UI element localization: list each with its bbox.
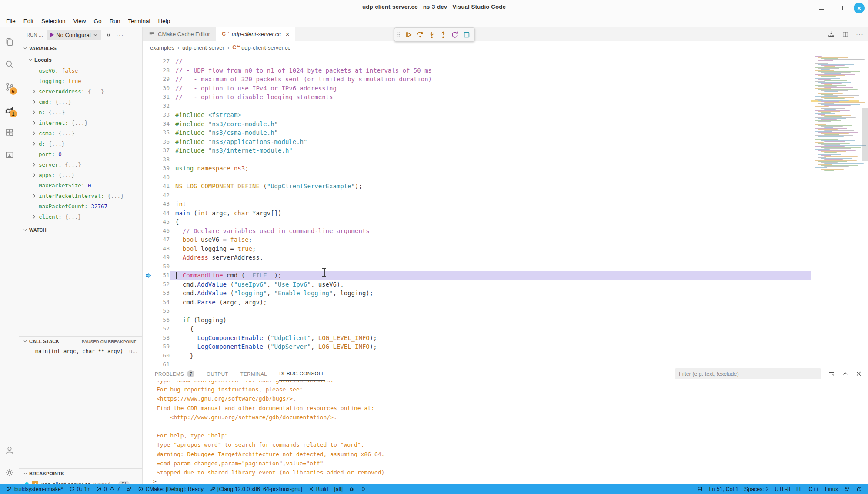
line-number[interactable]: 34 (143, 120, 170, 129)
gear-icon[interactable] (105, 32, 112, 38)
code-line-43[interactable]: 43int (143, 200, 811, 209)
code-line-42[interactable]: 42 (143, 191, 811, 200)
line-number[interactable]: 48 (143, 244, 170, 254)
variable-interPacketInterval[interactable]: interPacketInterval: {...} (19, 190, 142, 201)
activity-extensions[interactable] (0, 121, 19, 144)
kit-status[interactable]: [Clang 12.0.0 x86_64-pc-linux-gnu] (207, 484, 305, 494)
activity-explorer[interactable] (0, 30, 19, 53)
code-editor[interactable]: 27//28// - UDP flow from n0 to n1 of 102… (143, 53, 811, 367)
panel-tab-terminal[interactable]: TERMINAL (240, 367, 267, 381)
build-target[interactable]: [all] (331, 484, 345, 494)
more-actions-icon[interactable]: ··· (116, 31, 124, 39)
menu-selection[interactable]: Selection (37, 17, 70, 26)
feedback[interactable] (841, 484, 853, 494)
menu-help[interactable]: Help (154, 17, 174, 26)
code-line-50[interactable]: 50 (143, 262, 811, 271)
menu-edit[interactable]: Edit (20, 17, 37, 26)
code-line-36[interactable]: 36#include "ns3/applications-module.h" (143, 137, 811, 147)
code-line-52[interactable]: 52 cmd.AddValue ("useIpv6", "Use Ipv6", … (143, 280, 811, 289)
minimize-button[interactable] (815, 2, 827, 13)
branch-status[interactable]: buildsystem-cmake* (3, 484, 66, 494)
drag-grip[interactable] (397, 31, 401, 39)
panel-tab-problems[interactable]: PROBLEMS7 (155, 367, 194, 381)
menu-view[interactable]: View (70, 17, 90, 26)
variable-port[interactable]: port: 0 (19, 149, 142, 159)
variable-client[interactable]: client: {...} (19, 211, 142, 222)
activity-cmake-tools[interactable] (0, 144, 19, 166)
breakpoints-section-header[interactable]: BREAKPOINTS (19, 469, 142, 478)
line-number[interactable]: 53 (143, 289, 170, 298)
breadcrumb-item[interactable]: udp-client-server (182, 44, 224, 51)
code-line-45[interactable]: 45{ (143, 217, 811, 227)
line-number[interactable]: 44 (143, 209, 170, 218)
variable-server[interactable]: server: {...} (19, 159, 142, 170)
code-line-32[interactable]: 32 (143, 102, 811, 111)
breadcrumb-item[interactable]: C++udp-client-server.cc (232, 44, 290, 51)
code-line-60[interactable]: 60 } (143, 351, 811, 360)
line-number[interactable]: 54 (143, 298, 170, 307)
code-line-34[interactable]: 34#include "ns3/core-module.h" (143, 120, 811, 129)
line-number[interactable]: 57 (143, 324, 170, 334)
code-line-53[interactable]: 53 cmd.AddValue ("logging", "Enable logg… (143, 289, 811, 298)
watch-section-header[interactable]: WATCH (19, 225, 142, 235)
line-number[interactable]: 41 (143, 182, 170, 191)
debug-target-button[interactable] (346, 484, 357, 494)
line-number[interactable]: 35 (143, 128, 170, 137)
maximize-panel-icon[interactable] (842, 370, 848, 377)
menu-go[interactable]: Go (90, 17, 106, 26)
build-button[interactable]: Build (305, 484, 331, 494)
variable-logging[interactable]: logging: true (19, 76, 142, 86)
line-number[interactable]: 39 (143, 164, 170, 173)
variable-useV6[interactable]: useV6: false (19, 65, 142, 76)
code-line-41[interactable]: 41NS_LOG_COMPONENT_DEFINE ("UdpClientSer… (143, 182, 811, 191)
line-number[interactable]: 37 (143, 146, 170, 155)
panel-tab-output[interactable]: OUTPUT (207, 367, 228, 381)
code-line-46[interactable]: 46 // Declare variables used in command-… (143, 227, 811, 236)
variable-csma[interactable]: csma: {...} (19, 128, 142, 138)
code-line-30[interactable]: 30// - option to use IPv4 or IPv6 addres… (143, 84, 811, 93)
code-line-44[interactable]: 44main (int argc, char *argv[]) (143, 209, 811, 218)
line-number[interactable]: 43 (143, 200, 170, 209)
line-number[interactable]: 52 (143, 280, 170, 289)
step-out-button[interactable] (437, 29, 449, 40)
panel-tab-debug-console[interactable]: DEBUG CONSOLE (279, 367, 325, 381)
close-panel-icon[interactable] (855, 370, 862, 377)
start-debug-icon[interactable] (50, 33, 54, 37)
code-line-40[interactable]: 40 (143, 173, 811, 182)
menu-run[interactable]: Run (106, 17, 124, 26)
variable-serverAddress[interactable]: serverAddress: {...} (19, 86, 142, 97)
code-line-55[interactable]: 55 (143, 307, 811, 316)
stop-button[interactable] (461, 29, 472, 40)
launch-button[interactable] (357, 484, 369, 494)
call-stack-section-header[interactable]: CALL STACK PAUSED ON BREAKPOINT (19, 337, 142, 346)
language-mode[interactable]: C++ (805, 484, 822, 494)
line-number[interactable]: 55 (143, 307, 170, 316)
code-line-27[interactable]: 27// (143, 57, 811, 66)
code-line-48[interactable]: 48 bool logging = true; (143, 244, 811, 254)
code-line-33[interactable]: 33#include <fstream> (143, 110, 811, 120)
code-line-54[interactable]: 54 cmd.Parse (argc, argv); (143, 298, 811, 307)
menu-file[interactable]: File (2, 17, 20, 26)
step-over-button[interactable] (414, 29, 426, 40)
line-number[interactable]: 42 (143, 191, 170, 200)
line-number[interactable]: 32 (143, 102, 170, 111)
variables-section-header[interactable]: VARIABLES (19, 43, 142, 53)
remote-os[interactable]: Linux (822, 484, 841, 494)
remote-status[interactable] (694, 484, 706, 494)
breadcrumb-item[interactable]: examples (150, 44, 174, 51)
debug-console-output[interactable]: Type "show configuration" for configurat… (157, 381, 858, 476)
code-line-49[interactable]: 49 Address serverAddress; (143, 253, 811, 262)
line-number[interactable]: 36 (143, 137, 170, 147)
variable-maxPacketCount[interactable]: maxPacketCount: 32767 (19, 201, 142, 211)
activity-run-debug[interactable]: 1 (0, 98, 19, 121)
close-button[interactable]: × (854, 3, 865, 13)
scope-locals[interactable]: Locals (19, 53, 142, 65)
cursor-position[interactable]: Ln 51, Col 1 (706, 484, 741, 494)
variable-n[interactable]: n: {...} (19, 107, 142, 117)
line-number[interactable]: 58 (143, 334, 170, 343)
code-line-31[interactable]: 31// - option to disable logging stateme… (143, 93, 811, 102)
line-number[interactable]: 27 (143, 57, 170, 66)
tab-cmake-cache-editor[interactable]: CMake Cache Editor (143, 27, 216, 41)
split-editor-icon[interactable] (842, 31, 849, 38)
variable-internet[interactable]: internet: {...} (19, 117, 142, 128)
